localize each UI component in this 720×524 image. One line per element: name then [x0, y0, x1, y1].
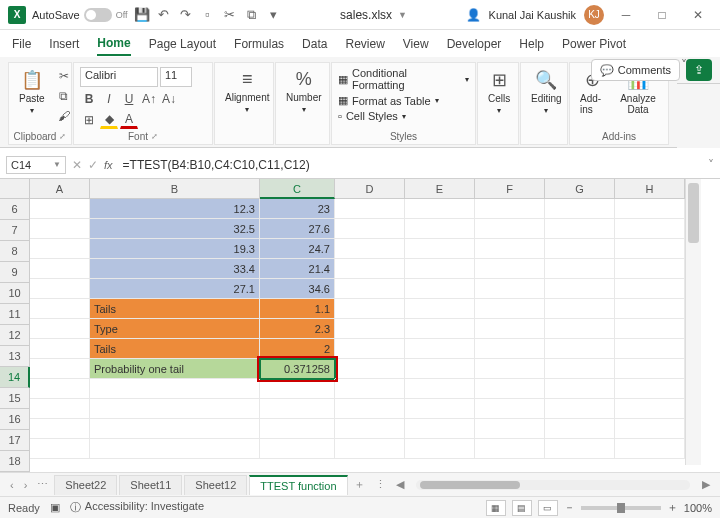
- border-button[interactable]: ⊞: [80, 111, 98, 129]
- cell-H17[interactable]: [615, 419, 685, 439]
- cell-D7[interactable]: [335, 219, 405, 239]
- col-header-B[interactable]: B: [90, 179, 260, 199]
- cell-A8[interactable]: [30, 239, 90, 259]
- sheet-tab-ttest-function[interactable]: TTEST function: [249, 475, 347, 495]
- col-header-A[interactable]: A: [30, 179, 90, 199]
- col-header-C[interactable]: C: [260, 179, 335, 199]
- font-size-select[interactable]: 11: [160, 67, 192, 87]
- row-header-13[interactable]: 13: [0, 346, 30, 367]
- cell-A11[interactable]: [30, 299, 90, 319]
- cell-B11[interactable]: Tails: [90, 299, 260, 319]
- cell-C18[interactable]: [260, 439, 335, 459]
- cell-B18[interactable]: [90, 439, 260, 459]
- cell-E10[interactable]: [405, 279, 475, 299]
- name-box[interactable]: C14▼: [6, 156, 66, 174]
- row-header-8[interactable]: 8: [0, 241, 30, 262]
- italic-button[interactable]: I: [100, 90, 118, 108]
- cell-H14[interactable]: [615, 359, 685, 379]
- cell-B12[interactable]: Type: [90, 319, 260, 339]
- col-header-E[interactable]: E: [405, 179, 475, 199]
- cell-G17[interactable]: [545, 419, 615, 439]
- tab-power-pivot[interactable]: Power Pivot: [562, 33, 626, 55]
- cell-F9[interactable]: [475, 259, 545, 279]
- fx-icon[interactable]: fx: [104, 159, 113, 171]
- cell-G14[interactable]: [545, 359, 615, 379]
- sheet-tab-sheet12[interactable]: Sheet12: [184, 475, 247, 495]
- cell-F13[interactable]: [475, 339, 545, 359]
- cell-H11[interactable]: [615, 299, 685, 319]
- cell-E7[interactable]: [405, 219, 475, 239]
- cell-F12[interactable]: [475, 319, 545, 339]
- cell-G9[interactable]: [545, 259, 615, 279]
- autosave-toggle[interactable]: AutoSave Off: [32, 8, 128, 22]
- new-sheet-button[interactable]: ＋: [350, 477, 369, 492]
- horizontal-scrollbar[interactable]: [416, 480, 690, 490]
- cell-E15[interactable]: [405, 379, 475, 399]
- qat-dropdown-icon[interactable]: ▾: [266, 7, 282, 23]
- cell-G11[interactable]: [545, 299, 615, 319]
- col-header-D[interactable]: D: [335, 179, 405, 199]
- cell-D14[interactable]: [335, 359, 405, 379]
- tab-view[interactable]: View: [403, 33, 429, 55]
- share-button[interactable]: ⇪: [686, 59, 712, 81]
- cell-D11[interactable]: [335, 299, 405, 319]
- tab-insert[interactable]: Insert: [49, 33, 79, 55]
- cell-F15[interactable]: [475, 379, 545, 399]
- enter-formula-icon[interactable]: ✓: [88, 158, 98, 172]
- minimize-button[interactable]: ─: [612, 5, 640, 25]
- accessibility-status[interactable]: ⓘAccessibility: Investigate: [70, 500, 204, 515]
- cell-F14[interactable]: [475, 359, 545, 379]
- cell-G6[interactable]: [545, 199, 615, 219]
- formula-input[interactable]: =TTEST(B4:B10,C4:C10,C11,C12): [119, 156, 702, 174]
- cell-E8[interactable]: [405, 239, 475, 259]
- dialog-launcher-icon[interactable]: ⤢: [151, 132, 158, 141]
- normal-view-button[interactable]: ▦: [486, 500, 506, 516]
- cell-B15[interactable]: [90, 379, 260, 399]
- cell-G8[interactable]: [545, 239, 615, 259]
- sheet-nav-more-icon[interactable]: ⋯: [33, 478, 52, 491]
- cell-H15[interactable]: [615, 379, 685, 399]
- cell-H6[interactable]: [615, 199, 685, 219]
- cell-A9[interactable]: [30, 259, 90, 279]
- sheet-nav-next-icon[interactable]: ›: [20, 479, 32, 491]
- tab-help[interactable]: Help: [519, 33, 544, 55]
- cell-G15[interactable]: [545, 379, 615, 399]
- copy-icon[interactable]: ⧉: [244, 7, 260, 23]
- cell-A17[interactable]: [30, 419, 90, 439]
- sheet-nav-prev-icon[interactable]: ‹: [6, 479, 18, 491]
- cell-C7[interactable]: 27.6: [260, 219, 335, 239]
- save-icon[interactable]: 💾: [134, 7, 150, 23]
- cell-D13[interactable]: [335, 339, 405, 359]
- cell-A14[interactable]: [30, 359, 90, 379]
- cell-D16[interactable]: [335, 399, 405, 419]
- scroll-left-icon[interactable]: ◀: [392, 478, 408, 491]
- cell-C10[interactable]: 34.6: [260, 279, 335, 299]
- sheet-tab-sheet11[interactable]: Sheet11: [119, 475, 182, 495]
- cell-H18[interactable]: [615, 439, 685, 459]
- format-painter-icon[interactable]: 🖌: [55, 107, 73, 125]
- row-header-16[interactable]: 16: [0, 409, 30, 430]
- col-header-H[interactable]: H: [615, 179, 685, 199]
- cell-A18[interactable]: [30, 439, 90, 459]
- cell-B9[interactable]: 33.4: [90, 259, 260, 279]
- number-button[interactable]: %Number▾: [282, 67, 326, 116]
- row-header-7[interactable]: 7: [0, 220, 30, 241]
- zoom-level[interactable]: 100%: [684, 502, 712, 514]
- cell-C12[interactable]: 2.3: [260, 319, 335, 339]
- cut-icon[interactable]: ✂: [55, 67, 73, 85]
- cell-C17[interactable]: [260, 419, 335, 439]
- cell-B17[interactable]: [90, 419, 260, 439]
- cell-D8[interactable]: [335, 239, 405, 259]
- cell-G13[interactable]: [545, 339, 615, 359]
- cell-D15[interactable]: [335, 379, 405, 399]
- cell-C15[interactable]: [260, 379, 335, 399]
- tab-page-layout[interactable]: Page Layout: [149, 33, 216, 55]
- row-header-17[interactable]: 17: [0, 430, 30, 451]
- format-as-table-button[interactable]: ▦Format as Table▾: [338, 94, 469, 107]
- sheet-options-icon[interactable]: ⋮: [371, 478, 390, 491]
- macro-record-icon[interactable]: ▣: [50, 501, 60, 514]
- cell-D17[interactable]: [335, 419, 405, 439]
- cell-D9[interactable]: [335, 259, 405, 279]
- tab-review[interactable]: Review: [345, 33, 384, 55]
- cell-A12[interactable]: [30, 319, 90, 339]
